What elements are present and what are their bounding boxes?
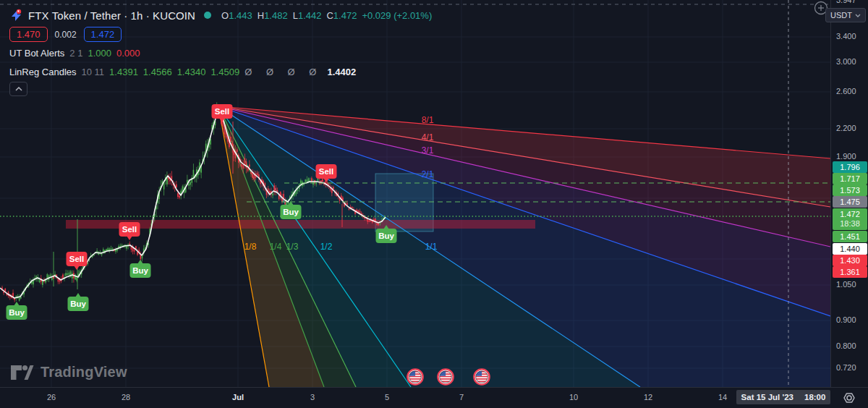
svg-text:Buy: Buy <box>70 299 86 308</box>
gear-icon <box>842 391 856 405</box>
time-tick: 12 <box>644 393 652 401</box>
utbot-value-green: 1.000 <box>88 48 111 59</box>
event-flags[interactable] <box>407 369 489 384</box>
crosshair-date: Sat 15 Jul '23 <box>741 393 793 401</box>
price-tick: 2.600 <box>836 87 856 95</box>
price-tick-clipped: 3.947 <box>836 0 856 4</box>
ohlc-low-label: L <box>293 10 298 21</box>
utbot-params: 2 1 <box>69 48 82 59</box>
utbot-value-red: 0.000 <box>116 48 140 59</box>
svg-text:Buy: Buy <box>283 208 299 216</box>
time-tick: 7 <box>459 393 464 401</box>
svg-text:1/1: 1/1 <box>425 242 438 252</box>
market-status-dot <box>204 12 211 19</box>
ohlc-open-value: 1.443 <box>229 10 252 21</box>
price-tick: 3.000 <box>836 57 856 66</box>
current-price-chip: 1.47218:38 <box>833 208 867 230</box>
tradingview-logo-icon <box>10 361 34 383</box>
price-level-chip: 1.717 <box>833 173 867 184</box>
svg-text:1/4: 1/4 <box>270 242 282 252</box>
currency-label: USDT <box>830 11 852 20</box>
currency-selector[interactable]: USDT <box>825 8 866 22</box>
tradingview-watermark: TradingView <box>10 361 127 383</box>
target-price-tag: 1.472 <box>84 27 122 42</box>
svg-text:Buy: Buy <box>378 231 394 240</box>
buy-marker: Buy <box>7 302 27 320</box>
svg-text:1/8: 1/8 <box>244 242 257 252</box>
price-tick: 1.050 <box>836 280 856 289</box>
svg-text:Sell: Sell <box>69 255 84 263</box>
utbot-name[interactable]: UT Bot Alerts <box>9 48 64 59</box>
linreg-close: 1.4509 <box>210 67 239 77</box>
svg-text:Sell: Sell <box>215 107 229 116</box>
linreg-open: 1.4391 <box>109 67 138 77</box>
ohlc-open-label: O <box>221 10 229 21</box>
time-tick: 26 <box>47 393 56 401</box>
linreg-last: 1.4402 <box>327 67 356 77</box>
svg-text:1/3: 1/3 <box>286 242 299 252</box>
price-level-chip: 1.796 <box>833 161 867 173</box>
price-tag-row: 1.470 0.002 1.472 <box>9 27 122 42</box>
buy-marker: Buy <box>130 260 151 278</box>
price-level-chip: 1.451 <box>833 231 867 242</box>
price-level-chip: 1.573 <box>833 184 867 196</box>
us-flag-event-icon[interactable] <box>438 369 453 384</box>
time-tick: 14 <box>718 393 727 401</box>
axis-settings-corner[interactable] <box>830 387 868 408</box>
time-tick: 5 <box>385 393 389 401</box>
stop-price-tag: 1.470 <box>9 27 48 42</box>
svg-text:8/1: 8/1 <box>422 115 434 125</box>
watermark-text: TradingView <box>41 364 127 381</box>
gann-fan-fills <box>218 106 830 387</box>
indicator-linreg-row[interactable]: LinReg Candles 10 11 1.4391 1.4566 1.434… <box>9 67 356 77</box>
symbol-title[interactable]: FTX Token / Tether · 1h · KUCOIN <box>28 9 195 22</box>
time-axis[interactable]: Sat 15 Jul '23 18:00 2628Jul357101214 <box>0 387 830 408</box>
svg-text:Buy: Buy <box>132 266 148 275</box>
time-tick: Jul <box>232 393 244 401</box>
indicator-utbot-row[interactable]: UT Bot Alerts 2 1 1.000 0.000 <box>9 48 140 59</box>
legend-collapse-button[interactable] <box>9 82 27 96</box>
ohlc-close-label: C <box>326 10 333 21</box>
price-tick: 1.900 <box>836 152 856 161</box>
crosshair-time-label: Sat 15 Jul '23 18:00 <box>736 390 830 404</box>
sell-marker: Sell <box>119 222 140 240</box>
linreg-high: 1.4566 <box>143 67 172 77</box>
symbol-row[interactable]: FTX Token / Tether · 1h · KUCOIN O1.443H… <box>9 9 432 22</box>
crosshair-time: 18:00 <box>804 393 825 401</box>
time-tick: 3 <box>310 393 315 401</box>
price-tick: 2.200 <box>836 124 856 132</box>
svg-text:1/2: 1/2 <box>320 242 333 252</box>
svg-text:3/1: 3/1 <box>422 145 434 156</box>
symbol-logo-icon <box>9 9 22 22</box>
linreg-empty-values: Ø Ø Ø Ø <box>244 67 322 77</box>
price-tick: 0.720 <box>836 363 856 372</box>
price-level-chip: 1.361 <box>833 266 867 278</box>
price-level-chip: 1.475 <box>833 196 867 208</box>
time-tick: 10 <box>569 393 578 401</box>
price-level-chip: 1.440 <box>833 243 867 255</box>
price-tick: 0.800 <box>836 341 856 350</box>
price-tick: 3.400 <box>836 32 856 41</box>
ohlc-values: O1.443H1.482L1.442C1.472+0.029 (+2.01%) <box>221 10 432 21</box>
svg-text:Sell: Sell <box>122 225 137 234</box>
price-level-chip: 1.430 <box>833 255 867 266</box>
linreg-low: 1.4340 <box>177 67 206 77</box>
price-tick: 0.900 <box>836 315 856 324</box>
spread-value: 0.002 <box>55 30 77 40</box>
buy-marker: Buy <box>68 293 89 311</box>
price-axis[interactable]: 3.9473.4003.0002.6002.2001.9001.0500.900… <box>830 0 868 387</box>
chevron-up-icon <box>15 87 22 91</box>
time-tick: 28 <box>122 393 130 401</box>
svg-text:Sell: Sell <box>319 167 333 176</box>
linreg-name[interactable]: LinReg Candles <box>9 67 77 77</box>
ohlc-high-value: 1.482 <box>264 10 288 21</box>
us-flag-event-icon[interactable] <box>474 369 489 384</box>
ohlc-close-value: 1.472 <box>333 10 357 21</box>
ohlc-change: +0.029 (+2.01%) <box>362 10 432 21</box>
svg-text:4/1: 4/1 <box>422 132 434 143</box>
svg-text:2/1: 2/1 <box>422 169 434 179</box>
ohlc-low-value: 1.442 <box>298 10 322 21</box>
chevron-down-icon <box>855 14 861 17</box>
us-flag-event-icon[interactable] <box>407 369 422 384</box>
linreg-params: 10 11 <box>82 67 105 77</box>
